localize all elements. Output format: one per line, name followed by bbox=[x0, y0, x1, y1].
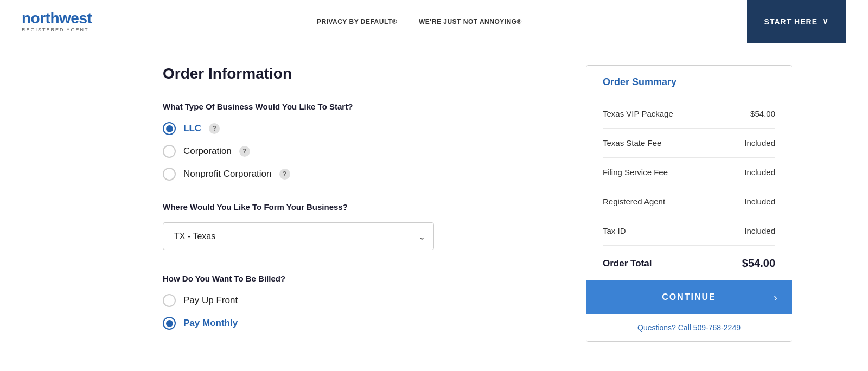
summary-row-state-fee: Texas State Fee Included bbox=[603, 129, 775, 158]
continue-label: CONTINUE bbox=[662, 292, 716, 302]
monthly-label: Pay Monthly bbox=[183, 318, 238, 329]
call-link[interactable]: Questions? Call 509-768-2249 bbox=[637, 323, 741, 332]
logo: northwest REGISTERED AGENT bbox=[22, 11, 92, 33]
nonprofit-label: Nonprofit Corporation bbox=[183, 169, 272, 180]
continue-arrow-icon: › bbox=[774, 291, 778, 304]
tax-id-label: Tax ID bbox=[603, 226, 626, 235]
summary-total-row: Order Total $54.00 bbox=[603, 246, 775, 280]
logo-northwest-part: north bbox=[22, 10, 59, 27]
llc-radio[interactable] bbox=[163, 122, 176, 135]
summary-header: Order Summary bbox=[586, 66, 792, 99]
chevron-down-icon: ∨ bbox=[822, 16, 829, 27]
state-select[interactable]: TX - Texas CA - California NY - New York… bbox=[163, 222, 434, 250]
vip-label: Texas VIP Package bbox=[603, 109, 673, 118]
registered-agent-value: Included bbox=[744, 197, 775, 206]
corporation-label: Corporation bbox=[183, 146, 232, 157]
state-fee-value: Included bbox=[744, 138, 775, 148]
logo-subtitle: REGISTERED AGENT bbox=[22, 27, 92, 33]
llc-label: LLC bbox=[183, 123, 201, 134]
filing-fee-label: Filing Service Fee bbox=[603, 168, 668, 177]
llc-help-icon[interactable]: ? bbox=[209, 123, 220, 134]
billing-question: How Do You Want To Be Billed? bbox=[163, 274, 542, 283]
summary-items: Texas VIP Package $54.00 Texas State Fee… bbox=[586, 99, 792, 280]
logo-west-part: west bbox=[59, 10, 92, 27]
state-question: Where Would You Like To Form Your Busine… bbox=[163, 202, 542, 212]
summary-footer: Questions? Call 509-768-2249 bbox=[586, 314, 792, 341]
llc-option[interactable]: LLC ? bbox=[163, 122, 542, 135]
corporation-option[interactable]: Corporation ? bbox=[163, 145, 542, 158]
order-summary: Order Summary Texas VIP Package $54.00 T… bbox=[586, 65, 792, 342]
filing-fee-value: Included bbox=[744, 168, 775, 177]
summary-row-registered-agent: Registered Agent Included bbox=[603, 187, 775, 216]
state-select-wrapper: TX - Texas CA - California NY - New York… bbox=[163, 222, 434, 250]
start-here-label: START HERE bbox=[764, 17, 818, 26]
corporation-help-icon[interactable]: ? bbox=[239, 146, 250, 157]
billing-radio-group: Pay Up Front Pay Monthly bbox=[163, 294, 542, 330]
vip-value: $54.00 bbox=[750, 109, 775, 118]
nonprofit-help-icon[interactable]: ? bbox=[279, 169, 290, 180]
summary-title: Order Summary bbox=[603, 76, 775, 88]
privacy-link[interactable]: PRIVACY BY DEFAULT® bbox=[317, 18, 397, 25]
logo-text: northwest bbox=[22, 11, 92, 26]
continue-button[interactable]: CONTINUE › bbox=[586, 280, 792, 314]
monthly-option[interactable]: Pay Monthly bbox=[163, 317, 542, 330]
corporation-radio[interactable] bbox=[163, 145, 176, 158]
start-here-button[interactable]: START HERE ∨ bbox=[747, 0, 846, 43]
annoying-link[interactable]: WE'RE JUST NOT ANNOYING® bbox=[419, 18, 522, 25]
upfront-label: Pay Up Front bbox=[183, 295, 238, 306]
header: northwest REGISTERED AGENT PRIVACY BY DE… bbox=[0, 0, 868, 43]
registered-agent-label: Registered Agent bbox=[603, 197, 665, 206]
form-section: Order Information What Type Of Business … bbox=[163, 65, 542, 330]
upfront-option[interactable]: Pay Up Front bbox=[163, 294, 542, 307]
summary-row-vip: Texas VIP Package $54.00 bbox=[603, 99, 775, 129]
upfront-radio[interactable] bbox=[163, 294, 176, 307]
summary-row-tax-id: Tax ID Included bbox=[603, 216, 775, 246]
nonprofit-radio[interactable] bbox=[163, 168, 176, 181]
tax-id-value: Included bbox=[744, 226, 775, 235]
business-type-group: LLC ? Corporation ? Nonprofit Corporatio… bbox=[163, 122, 542, 181]
nonprofit-option[interactable]: Nonprofit Corporation ? bbox=[163, 168, 542, 181]
total-value: $54.00 bbox=[742, 257, 775, 270]
monthly-radio[interactable] bbox=[163, 317, 176, 330]
main-content: Order Information What Type Of Business … bbox=[54, 43, 814, 363]
state-fee-label: Texas State Fee bbox=[603, 138, 661, 148]
page-title: Order Information bbox=[163, 65, 542, 82]
total-label: Order Total bbox=[603, 258, 652, 269]
summary-row-filing-fee: Filing Service Fee Included bbox=[603, 158, 775, 187]
header-nav: PRIVACY BY DEFAULT® WE'RE JUST NOT ANNOY… bbox=[317, 18, 522, 25]
business-type-question: What Type Of Business Would You Like To … bbox=[163, 102, 542, 111]
